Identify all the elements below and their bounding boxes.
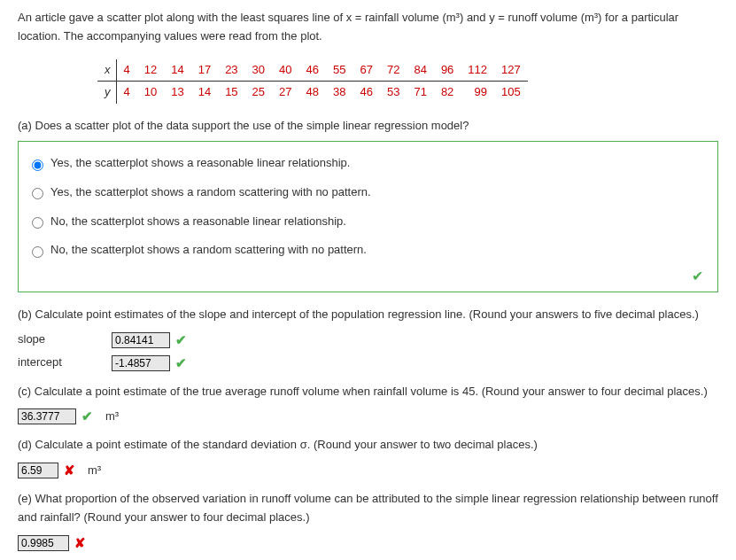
check-icon: ✔ [81,406,93,427]
radio-1[interactable] [32,188,43,199]
intercept-label: intercept [18,354,106,372]
y-label: y [97,82,116,104]
slope-label: slope [18,331,106,349]
cross-icon: ✘ [64,460,75,481]
part-a-prompt: (a) Does a scatter plot of the data supp… [18,117,718,136]
part-d-prompt: (d) Calculate a point estimate of the st… [18,436,718,455]
x-label: x [97,59,116,82]
radio-3[interactable] [32,246,43,258]
radio-2[interactable] [32,217,43,229]
part-d-input[interactable] [18,463,58,478]
option-2[interactable]: No, the scatterplot shows a reasonable l… [27,207,709,237]
part-d-unit: m³ [88,462,101,480]
part-c-prompt: (c) Calculate a point estimate of the tr… [18,383,718,401]
data-table: x 4 12 14 17 23 30 40 46 55 67 72 84 96 … [97,59,528,105]
check-icon: ✔ [175,330,187,351]
radio-0[interactable] [32,159,43,171]
part-e-prompt: (e) What proportion of the observed vari… [18,490,718,527]
intro-text: An article gave a scatter plot along wit… [18,9,718,46]
slope-input[interactable] [112,332,170,348]
cross-icon: ✘ [74,533,86,554]
option-0[interactable]: Yes, the scatterplot shows a reasonable … [27,149,709,178]
intercept-input[interactable] [112,355,170,371]
part-a-options: Yes, the scatterplot shows a reasonable … [18,141,718,292]
check-icon: ✔ [175,353,187,374]
check-icon: ✔ [27,265,709,288]
part-e-input[interactable] [18,535,69,551]
data-row-x: x 4 12 14 17 23 30 40 46 55 67 72 84 96 … [97,59,528,82]
part-c-unit: m³ [105,408,119,426]
part-b-prompt: (b) Calculate point estimates of the slo… [18,306,718,324]
data-row-y: y 4 10 13 14 15 25 27 48 38 46 53 71 82 … [97,82,528,104]
option-1[interactable]: Yes, the scatterplot shows a random scat… [27,178,709,207]
part-c-input[interactable] [18,408,76,424]
option-3[interactable]: No, the scatterplot shows a random scatt… [27,236,709,265]
